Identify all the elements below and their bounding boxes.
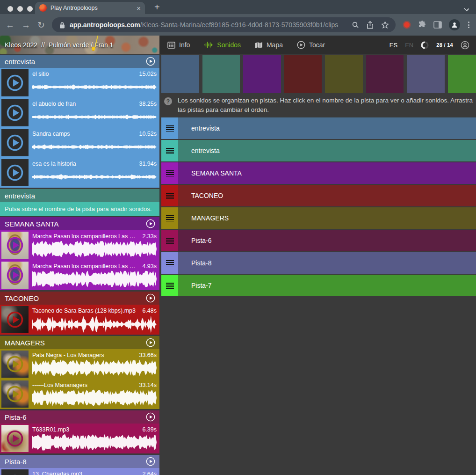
track-play-icon[interactable] — [146, 338, 155, 347]
clip-play-icon[interactable] — [6, 236, 24, 255]
clip-item[interactable]: Sandra camps10.52s — [0, 128, 159, 158]
clip-item[interactable]: el sitio15.02s — [0, 68, 159, 98]
track-row[interactable]: SEMANA SANTA — [161, 162, 476, 184]
track-row-label[interactable]: entrevista — [178, 140, 476, 161]
tab-close-icon[interactable]: × — [137, 5, 141, 12]
drag-handle[interactable] — [161, 185, 178, 206]
track-swatch[interactable] — [448, 55, 476, 93]
tab-info[interactable]: Info — [167, 41, 190, 49]
track-swatch[interactable] — [161, 55, 199, 93]
track-row[interactable]: Pista-7 — [161, 275, 476, 296]
drag-handle[interactable] — [161, 230, 178, 251]
drag-handle[interactable] — [161, 140, 178, 161]
clip-item[interactable]: ------Los Mananagers33.14s — [0, 379, 159, 409]
browser-menu-icon[interactable] — [467, 21, 470, 29]
clip-item[interactable]: Pata Negra - Los Managers33.66s — [0, 349, 159, 379]
clip-play-icon[interactable] — [6, 73, 24, 92]
track-row[interactable]: TACONEO — [161, 185, 476, 206]
track-header[interactable]: MANAGERS — [0, 336, 159, 349]
track-play-icon[interactable] — [146, 457, 155, 466]
clip-item[interactable]: esa es la historia31.94s — [0, 158, 159, 188]
tab-sonidos[interactable]: Sonidos — [204, 41, 241, 49]
back-button[interactable]: ← — [6, 21, 14, 29]
track-header[interactable]: Pista-8 — [0, 455, 159, 468]
track-header[interactable]: Pista-6 — [0, 410, 159, 424]
extensions-puzzle-icon[interactable] — [418, 21, 426, 29]
recording-indicator-icon[interactable] — [404, 22, 410, 28]
side-panel-icon[interactable] — [433, 21, 442, 29]
reload-button[interactable]: ↻ — [37, 21, 45, 29]
share-icon[interactable] — [367, 21, 374, 29]
close-window-button[interactable] — [7, 6, 13, 12]
track-swatch[interactable] — [243, 55, 281, 93]
clip-item[interactable]: el abuelo de fran38.25s — [0, 98, 159, 128]
track-swatch[interactable] — [202, 55, 240, 93]
track-row[interactable]: Pista-6 — [161, 230, 476, 251]
track-row[interactable]: entrevista — [161, 140, 476, 161]
clip-body: 13. Charradas.mp32.64s — [30, 468, 159, 475]
tab-mapa[interactable]: Mapa — [255, 41, 283, 49]
drag-handle[interactable] — [161, 275, 178, 296]
account-icon[interactable] — [461, 41, 469, 50]
drag-handle[interactable] — [161, 117, 178, 139]
track-row-label[interactable]: Pista-6 — [178, 230, 476, 251]
clip-play-icon[interactable] — [6, 310, 24, 329]
track-header[interactable]: SEMANA SANTA — [0, 217, 159, 230]
clip-play-icon[interactable] — [6, 103, 24, 122]
clip-play-icon[interactable] — [6, 355, 24, 373]
track-play-icon[interactable] — [146, 412, 155, 422]
profile-avatar[interactable] — [449, 19, 460, 30]
clip-item[interactable]: Taconeo de Sara Baras (128 kbps).mp36.48… — [0, 305, 159, 335]
drag-handle[interactable] — [161, 162, 178, 184]
new-tab-button[interactable]: + — [154, 2, 160, 14]
track-play-icon[interactable] — [146, 57, 155, 66]
track-header[interactable]: TACONEO — [0, 292, 159, 305]
zoom-window-button[interactable] — [27, 6, 33, 12]
track-row[interactable]: entrevista — [161, 117, 476, 139]
track-swatch[interactable] — [284, 55, 322, 93]
track-header[interactable]: entrevista — [0, 55, 159, 68]
track-row[interactable]: MANAGERS — [161, 207, 476, 229]
tab-tocar[interactable]: Tocar — [297, 41, 325, 49]
clip-play-icon[interactable] — [6, 163, 24, 182]
track-row-label[interactable]: Pista-7 — [178, 275, 476, 296]
lang-es-button[interactable]: ES — [389, 42, 397, 49]
track-swatch[interactable] — [407, 55, 445, 93]
bookmark-star-icon[interactable] — [381, 21, 389, 29]
clip-play-icon[interactable] — [6, 133, 24, 152]
track-row-label[interactable]: SEMANA SANTA — [178, 162, 476, 184]
clip-play-icon[interactable] — [6, 266, 24, 285]
track-swatch[interactable] — [325, 55, 363, 93]
track-row-label[interactable]: entrevista — [178, 117, 476, 139]
clip-item[interactable]: Marcha Pasan los campanilleros Las Mejor… — [0, 230, 159, 260]
lang-en-button[interactable]: EN — [405, 42, 413, 49]
track-play-icon[interactable] — [146, 219, 155, 228]
forward-button[interactable]: → — [22, 21, 30, 29]
track-row-label[interactable]: MANAGERS — [178, 207, 476, 229]
drag-handle[interactable] — [161, 207, 178, 229]
clip-item[interactable]: 13. Charradas.mp32.64s — [0, 468, 159, 475]
clip-name: T633R01.mp3 — [32, 426, 138, 433]
drag-handle[interactable] — [161, 252, 178, 274]
drag-handle-icon — [166, 148, 174, 154]
track-row[interactable]: Pista-8 — [161, 252, 476, 274]
clip-item[interactable]: Marcha Pasan los campanilleros Las Mejor… — [0, 260, 159, 290]
track-row-label[interactable]: TACONEO — [178, 185, 476, 206]
clip-item[interactable]: T633R01.mp36.39s — [0, 424, 159, 453]
sidebar-track-section: Pista-813. Charradas.mp32.64s — [0, 455, 159, 475]
track-play-icon[interactable] — [146, 293, 155, 303]
browser-tab[interactable]: Play Antropoloops × — [35, 2, 145, 14]
track-header[interactable]: entrevista — [0, 189, 159, 202]
chevron-down-icon[interactable] — [464, 6, 469, 11]
clip-info: Marcha Pasan los campanilleros Las Mejor… — [32, 263, 157, 270]
clip-name: el sitio — [32, 71, 135, 77]
track-swatch[interactable] — [366, 55, 404, 93]
minimize-window-button[interactable] — [17, 6, 23, 12]
waveform-graphic — [32, 389, 157, 406]
address-bar[interactable]: app.antropoloops.com/Kleos-Santa-Marina/… — [52, 17, 396, 32]
clip-info: 13. Charradas.mp32.64s — [32, 471, 157, 475]
search-icon[interactable] — [352, 21, 359, 29]
track-row-label[interactable]: Pista-8 — [178, 252, 476, 274]
clip-play-icon[interactable] — [6, 429, 24, 448]
clip-play-icon[interactable] — [6, 385, 24, 403]
